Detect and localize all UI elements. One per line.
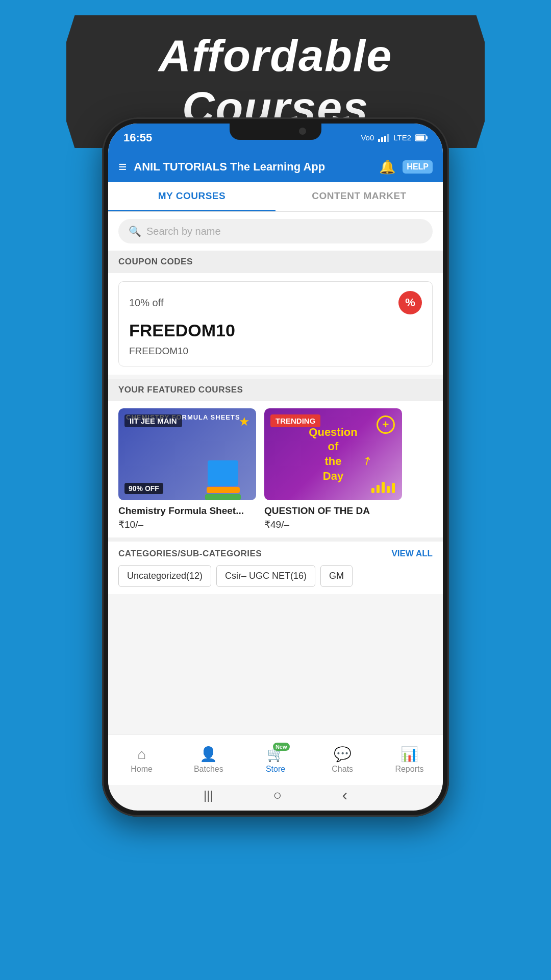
store-label: Store: [266, 765, 285, 774]
svg-rect-1: [381, 137, 383, 142]
new-badge: New: [273, 743, 290, 751]
course-label-trending: TRENDING: [270, 414, 320, 427]
coupon-percent-badge: %: [398, 291, 422, 314]
screen-content: ≡ ANIL TUTORIALS The Learning App 🔔 HELP…: [108, 152, 443, 811]
coupon-discount-text: 10% off: [129, 297, 163, 309]
course-card-chemistry[interactable]: CHEMISTRY FORMULA SHEETS: [118, 408, 256, 530]
store-icon-wrap: 🛒 New: [267, 746, 285, 763]
header-left: ≡ ANIL TUTORIALS The Learning App: [118, 159, 325, 175]
categories-chips: Uncategorized(12) Csir– UGC NET(16) GM: [118, 565, 433, 587]
course-title-question: QUESTION OF THE DA: [264, 505, 402, 517]
svg-rect-5: [426, 136, 428, 139]
percent-symbol: %: [405, 296, 415, 309]
reports-icon: 📊: [400, 746, 418, 763]
coupon-top: 10% off %: [129, 291, 422, 314]
bar-chart: [371, 479, 395, 493]
chats-label: Chats: [332, 765, 353, 774]
star-icon: ★: [239, 414, 250, 429]
tab-content-market[interactable]: CONTENT MARKET: [276, 182, 443, 211]
coupon-section-header: COUPON CODES: [108, 251, 443, 273]
nav-item-batches[interactable]: 👤 Batches: [175, 734, 242, 785]
category-chip-uncategorized[interactable]: Uncategorized(12): [118, 565, 211, 587]
course-off-badge-chemistry: 90% OFF: [124, 483, 163, 494]
arrow-icon: ↗: [360, 453, 374, 469]
category-chip-csir[interactable]: Csir– UGC NET(16): [216, 565, 315, 587]
back-button[interactable]: ‹: [342, 786, 347, 804]
reports-label: Reports: [395, 765, 423, 774]
coupon-code-small: FREEDOM10: [129, 346, 422, 357]
plus-circle-icon: +: [377, 415, 395, 434]
search-input[interactable]: 🔍 Search by name: [118, 219, 433, 243]
notch: [230, 124, 321, 140]
course-price-chemistry: ₹10/–: [118, 519, 256, 530]
search-icon: 🔍: [129, 225, 141, 237]
bottom-nav: ⌂ Home 👤 Batches 🛒 New Store 💬 Chats: [108, 734, 443, 785]
bell-icon[interactable]: 🔔: [379, 159, 395, 175]
nav-item-store[interactable]: 🛒 New Store: [242, 734, 309, 785]
svg-rect-3: [387, 134, 389, 142]
home-button[interactable]: ○: [273, 787, 282, 803]
course-title-chemistry: Chemistry Formula Sheet...: [118, 505, 256, 517]
svg-rect-2: [384, 136, 386, 142]
featured-section-header: YOUR FEATURED COURSES: [108, 379, 443, 401]
coupon-section: 10% off % FREEDOM10 FREEDOM10: [108, 273, 443, 375]
status-time: 16:55: [123, 131, 152, 144]
course-card-question[interactable]: QuestionoftheDay + ↗: [264, 408, 402, 530]
nav-item-home[interactable]: ⌂ Home: [108, 734, 175, 785]
svg-rect-6: [416, 135, 424, 140]
nav-item-reports[interactable]: 📊 Reports: [376, 734, 443, 785]
notch-camera: [299, 128, 306, 135]
categories-header: CATEGORIES/SUB-CATEGORIES VIEW ALL: [118, 549, 433, 559]
question-day-text: QuestionoftheDay: [309, 425, 357, 483]
categories-section: CATEGORIES/SUB-CATEGORIES VIEW ALL Uncat…: [108, 537, 443, 594]
svg-rect-0: [378, 139, 380, 142]
categories-title: CATEGORIES/SUB-CATEGORIES: [118, 549, 262, 559]
course-price-question: ₹49/–: [264, 519, 402, 530]
courses-scroll: CHEMISTRY FORMULA SHEETS: [108, 401, 443, 537]
scroll-area: COUPON CODES 10% off % FREEDOM10 FREEDOM…: [108, 251, 443, 811]
category-chip-gm[interactable]: GM: [320, 565, 353, 587]
search-placeholder: Search by name: [146, 226, 221, 237]
batches-icon: 👤: [199, 746, 217, 763]
android-nav-bar: ||| ○ ‹: [173, 786, 378, 804]
coupon-code-large: FREEDOM10: [129, 321, 422, 340]
batches-label: Batches: [194, 765, 223, 774]
phone-screen: 16:55 Vo0 LTE2: [108, 124, 443, 811]
battery-icon: [415, 134, 428, 141]
chats-icon: 💬: [334, 746, 352, 763]
app-header: ≡ ANIL TUTORIALS The Learning App 🔔 HELP: [108, 152, 443, 182]
signal-icon: [378, 134, 389, 142]
course-thumbnail-question: QuestionoftheDay + ↗: [264, 408, 402, 500]
tab-my-courses[interactable]: MY COURSES: [108, 182, 276, 211]
status-icons: Vo0 LTE2: [361, 133, 428, 142]
home-icon: ⌂: [137, 746, 146, 763]
phone-frame: 16:55 Vo0 LTE2: [102, 117, 449, 817]
nav-item-chats[interactable]: 💬 Chats: [309, 734, 376, 785]
course-thumbnail-chemistry: CHEMISTRY FORMULA SHEETS: [118, 408, 256, 500]
home-label: Home: [131, 765, 153, 774]
carrier-text: Vo0: [361, 133, 374, 142]
network-text: LTE2: [393, 133, 411, 142]
featured-section: CHEMISTRY FORMULA SHEETS: [108, 401, 443, 537]
coupon-card[interactable]: 10% off % FREEDOM10 FREEDOM10: [118, 281, 433, 366]
hamburger-icon[interactable]: ≡: [118, 159, 127, 175]
header-title: ANIL TUTORIALS The Learning App: [134, 160, 325, 175]
search-bar: 🔍 Search by name: [108, 212, 443, 251]
header-icons: 🔔 HELP: [379, 159, 433, 175]
course-label-iit: IIT JEE MAIN: [124, 414, 182, 427]
view-all-button[interactable]: VIEW ALL: [391, 549, 433, 559]
recent-apps-button[interactable]: |||: [204, 788, 213, 802]
help-button[interactable]: HELP: [403, 160, 433, 174]
tab-bar: MY COURSES CONTENT MARKET: [108, 182, 443, 212]
